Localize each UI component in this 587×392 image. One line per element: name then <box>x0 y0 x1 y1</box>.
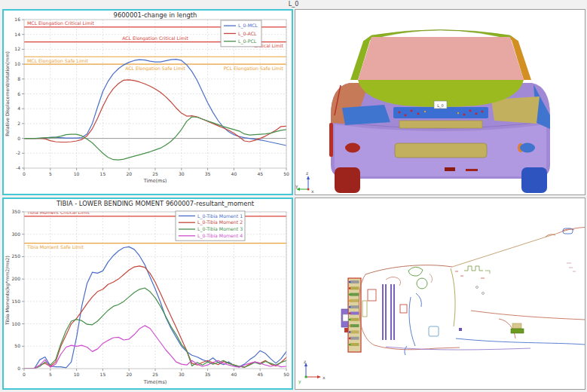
y-tick-label: 150 <box>12 299 21 304</box>
x-tick-label: 15 <box>100 171 106 176</box>
pedal-box-outline <box>429 326 439 336</box>
strut-hook <box>405 346 407 355</box>
scribble-salmon1 <box>386 277 401 286</box>
car-wheel-left <box>335 167 360 193</box>
legend-label: L_0-Tibia Moment 1 <box>197 213 243 219</box>
x-axis-label: x <box>311 188 314 194</box>
limit-label: PCL Elongation Safe Limit <box>224 66 284 72</box>
x-tick-label: 30 <box>179 372 185 377</box>
x-tick-label: 10 <box>74 171 80 176</box>
windshield-line <box>452 233 558 267</box>
vehicle-front-view: L_0 z y x <box>295 10 585 194</box>
y-tick-label: 6 <box>17 91 20 96</box>
y-tick-label: 16 <box>14 17 20 22</box>
panel-side-section-view[interactable]: z x y <box>295 198 585 390</box>
y-tick-label: 0 <box>17 366 20 371</box>
chart-title: TIBIA - LOWER BENDING MOMENT 9600007-res… <box>56 200 255 207</box>
legend-label: L_0-Tibia Moment 4 <box>197 233 243 239</box>
y-axis-title: Relative Displacement/rotation(mm) <box>5 51 11 136</box>
x-tick-label: 20 <box>126 171 132 176</box>
z-axis-label: z <box>306 170 308 176</box>
x-tick-label: 35 <box>205 171 211 176</box>
limit-label: ACL Elongation Critical Limit <box>122 35 188 41</box>
limit-label: MCL Elongation Safe Limit <box>27 58 89 64</box>
engine-red-box1 <box>368 289 376 301</box>
elongation-chart: MCL Elongation Critical LimitACL Elongat… <box>4 11 292 194</box>
car-headlight-left <box>342 105 390 125</box>
y-tick-label: 2 <box>17 121 20 126</box>
x-tick-label: 30 <box>179 171 185 176</box>
engine-part-green <box>408 267 423 276</box>
car-underbody-mark2 <box>466 169 478 171</box>
sill-line <box>456 338 585 345</box>
y-tick-label: -4 <box>16 165 20 170</box>
purple-dot <box>459 328 462 331</box>
x-tick-label: 50 <box>283 171 289 176</box>
chart-title: 9600001-change in length <box>114 11 197 19</box>
x-tick-label: 20 <box>126 372 132 377</box>
y-tick-label: 300 <box>12 231 21 237</box>
strut-line <box>409 297 415 346</box>
car-wheel-right <box>521 167 547 193</box>
car-underbody-mark1 <box>445 167 455 171</box>
car-foglight-right <box>520 143 535 153</box>
y-tick-label: 8 <box>17 76 20 81</box>
y-tick-label: 200 <box>12 276 21 281</box>
x-tick-label: 5 <box>49 171 52 176</box>
y-tick-label: -2 <box>16 150 20 155</box>
y-tick-label: 250 <box>12 253 21 259</box>
y-tick-label: 10 <box>14 61 20 66</box>
vehicle-wireframe <box>359 228 585 356</box>
y-axis-origin <box>305 376 307 378</box>
license-plate-label: L_0 <box>437 103 443 109</box>
z-axis-arrow <box>307 176 310 179</box>
panel-elongation-chart[interactable]: MCL Elongation Critical LimitACL Elongat… <box>2 9 293 195</box>
strut-detail <box>416 293 421 307</box>
y-axis-label: y <box>295 183 298 189</box>
x-tick-label: 45 <box>257 171 263 176</box>
y-axis-title: Tibia Moments(kg*mm2/ms2) <box>5 256 11 326</box>
legend-label: L_0-Tibia Moment 3 <box>197 226 243 232</box>
legend-label: L_0-Tibia Moment 2 <box>197 219 243 225</box>
x-tick-label: 25 <box>152 171 158 176</box>
x-tick-label: 45 <box>257 372 263 377</box>
tibia-chart: Tibia Moment Critical LimitTibia Moment … <box>4 199 292 388</box>
car-lower-intake <box>395 143 487 158</box>
y-tick-label: 4 <box>17 106 20 111</box>
car-grille-bar <box>399 121 482 128</box>
scribble-salmon2 <box>430 274 433 283</box>
legend-label: L_0-MCL <box>238 23 258 29</box>
z-axis-label: z <box>304 359 306 364</box>
tiny-marks <box>455 271 490 295</box>
limit-label: ACL Elongation Safe Limit <box>125 66 185 72</box>
radiator-lines <box>383 284 394 340</box>
legend-label: L_0-ACL <box>238 31 257 37</box>
x-tick-label: 40 <box>231 372 237 377</box>
engine-part-circle <box>417 278 427 289</box>
hood-line <box>365 265 452 274</box>
car-foglight-left <box>345 143 360 153</box>
jack-block-green <box>511 329 524 333</box>
panel-3d-front-view[interactable]: L_0 z y x <box>295 9 585 195</box>
vehicle-side-section: z x y <box>295 198 585 389</box>
x-tick-label: 25 <box>152 372 158 377</box>
axis-triad-front: z y x <box>295 170 314 194</box>
x-tick-label: 0 <box>23 372 26 377</box>
y-tick-label: 100 <box>12 321 21 326</box>
x-axis-title: Time(ms) <box>143 379 167 385</box>
y-tick-label: 0 <box>17 136 20 141</box>
barrier-lower-mark <box>344 328 348 332</box>
window-title: L_0 <box>0 0 587 9</box>
barrier-load-cell-window <box>343 314 348 321</box>
y-tick-label: 12 <box>14 46 20 51</box>
roof-line <box>558 228 585 234</box>
legend-label: L_0-PCL <box>238 38 257 44</box>
x-axis-arrow <box>317 375 321 378</box>
x-axis-origin <box>307 188 310 191</box>
y-axis-label: y <box>298 378 301 384</box>
y-tick-label: 14 <box>14 32 20 37</box>
panel-tibia-chart[interactable]: Tibia Moment Critical LimitTibia Moment … <box>2 198 293 390</box>
x-tick-label: 15 <box>100 372 106 377</box>
y-tick-label: 50 <box>14 343 20 348</box>
x-tick-label: 40 <box>231 171 237 176</box>
